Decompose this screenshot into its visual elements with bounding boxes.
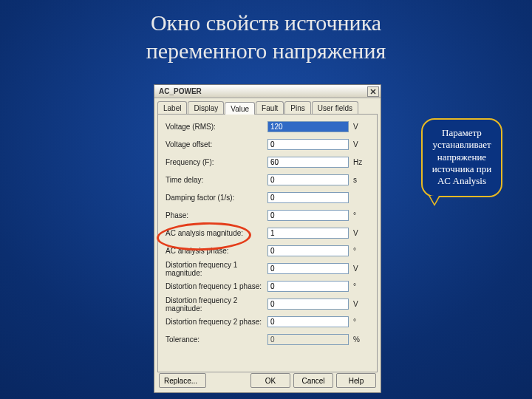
field-input-wrap <box>267 245 349 256</box>
tab-display[interactable]: Display <box>188 101 224 114</box>
field-label: Frequency (F): <box>166 158 267 166</box>
field-row: AC analysis phase:° <box>166 245 369 257</box>
field-input-wrap <box>267 210 349 221</box>
dialog-button-row: Replace... OK Cancel Help <box>159 373 376 388</box>
field-input-wrap <box>267 174 349 185</box>
field-input[interactable] <box>267 263 349 274</box>
field-input-wrap <box>267 299 349 310</box>
field-row: Distortion frequency 2 magnitude:V <box>166 298 369 310</box>
tab-panel-value: Voltage (RMS):VVoltage offset:VFrequency… <box>157 114 378 372</box>
titlebar: AC_POWER <box>154 85 381 98</box>
field-label: AC analysis magnitude: <box>166 229 267 237</box>
field-row: Voltage offset:V <box>166 138 369 151</box>
field-unit: V <box>349 229 366 237</box>
field-row: Frequency (F):Hz <box>166 156 369 168</box>
field-input[interactable] <box>267 174 349 185</box>
field-label: Voltage offset: <box>166 140 267 149</box>
field-input-wrap <box>267 192 349 203</box>
callout-text: Параметр устанавливает напряжение источн… <box>432 127 491 186</box>
field-label: Time delay: <box>166 176 267 184</box>
field-unit: V <box>349 123 366 131</box>
field-unit: V <box>349 300 366 308</box>
properties-dialog: AC_POWER LabelDisplayValueFaultPinsUser … <box>154 84 381 393</box>
field-input[interactable] <box>267 281 349 292</box>
field-unit: s <box>349 176 366 184</box>
field-label: AC analysis phase: <box>166 247 267 255</box>
field-input[interactable] <box>267 157 349 168</box>
field-input-wrap <box>267 316 349 327</box>
callout-tail <box>429 196 440 206</box>
field-unit: ° <box>349 247 366 255</box>
field-input[interactable] <box>267 316 349 327</box>
field-input-wrap <box>267 157 349 168</box>
tab-pins[interactable]: Pins <box>284 101 310 114</box>
field-input[interactable] <box>267 121 349 132</box>
field-input-wrap <box>267 334 349 345</box>
field-row: Voltage (RMS):V <box>166 120 369 133</box>
dialog-title: AC_POWER <box>159 87 202 95</box>
tab-strip: LabelDisplayValueFaultPinsUser fields <box>154 98 381 114</box>
cancel-button[interactable]: Cancel <box>293 373 333 388</box>
slide-title-line2: переменного напряжения <box>146 38 386 63</box>
field-label: Voltage (RMS): <box>166 123 267 131</box>
field-label: Distortion frequency 1 magnitude: <box>166 261 267 277</box>
field-input-wrap <box>267 263 349 274</box>
slide-title-line1: Окно свойств источника <box>151 10 381 35</box>
close-icon <box>370 89 376 95</box>
field-input[interactable] <box>267 210 349 221</box>
field-label: Damping factor (1/s): <box>166 194 267 202</box>
field-row: Distortion frequency 1 phase:° <box>166 280 369 293</box>
callout-bubble: Параметр устанавливает напряжение источн… <box>421 118 502 197</box>
field-unit: % <box>349 335 366 344</box>
field-input[interactable] <box>267 139 349 150</box>
field-input-wrap <box>267 228 349 239</box>
field-unit: ° <box>349 282 366 290</box>
close-button[interactable] <box>367 86 379 97</box>
field-input[interactable] <box>267 334 349 345</box>
field-label: Distortion frequency 2 magnitude: <box>166 296 267 313</box>
field-row: Distortion frequency 2 phase:° <box>166 316 369 328</box>
replace-button[interactable]: Replace... <box>159 373 206 388</box>
field-unit: V <box>349 265 366 273</box>
slide-title: Окно свойств источника переменного напря… <box>0 9 532 64</box>
ok-button[interactable]: OK <box>250 373 290 388</box>
field-row: Damping factor (1/s): <box>166 191 369 204</box>
field-unit: Hz <box>349 158 366 166</box>
field-label: Tolerance: <box>166 335 267 344</box>
field-row: Tolerance:% <box>166 333 369 346</box>
field-label: Distortion frequency 1 phase: <box>166 282 267 290</box>
tab-label[interactable]: Label <box>157 101 187 114</box>
field-row: Distortion frequency 1 magnitude:V <box>166 262 369 275</box>
field-unit: V <box>349 140 366 149</box>
field-input[interactable] <box>267 192 349 203</box>
field-unit: ° <box>349 211 366 219</box>
field-input[interactable] <box>267 245 349 256</box>
tab-user-fields[interactable]: User fields <box>312 101 358 114</box>
field-row: AC analysis magnitude:V <box>166 227 369 239</box>
field-label: Phase: <box>166 211 267 219</box>
tab-fault[interactable]: Fault <box>256 101 284 114</box>
field-input[interactable] <box>267 299 349 310</box>
tab-value[interactable]: Value <box>225 102 255 115</box>
field-input-wrap <box>267 121 349 132</box>
field-row: Time delay:s <box>166 174 369 186</box>
field-input[interactable] <box>267 228 349 239</box>
help-button[interactable]: Help <box>336 373 376 388</box>
field-input-wrap <box>267 281 349 292</box>
field-row: Phase:° <box>166 209 369 222</box>
field-input-wrap <box>267 139 349 150</box>
field-unit: ° <box>349 318 366 326</box>
field-label: Distortion frequency 2 phase: <box>166 318 267 326</box>
